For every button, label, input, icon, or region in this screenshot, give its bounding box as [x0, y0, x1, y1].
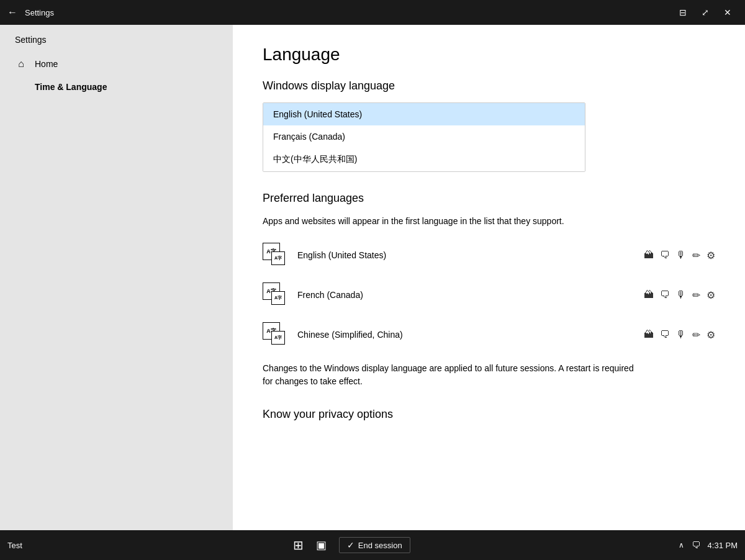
- lang-keyboard-icon[interactable]: 🏔: [644, 250, 654, 261]
- end-session-circle-icon: ✓: [347, 540, 354, 550]
- restore-button[interactable]: ⤢: [695, 4, 715, 21]
- language-row-chinese: A字 A字 Chinese (Simplified, China) 🏔 🗨 🎙 …: [263, 322, 715, 347]
- chevron-up-icon[interactable]: ∧: [679, 541, 684, 549]
- lang-edit-icon-fr[interactable]: ✏: [692, 289, 700, 301]
- lang-actions-chinese: 🏔 🗨 🎙 ✏ ⚙: [644, 329, 715, 341]
- taskbar-left: Test: [7, 541, 25, 550]
- preferred-languages-title: Preferred languages: [263, 192, 715, 205]
- lang-icon-box-bottom-fr: A字: [271, 291, 285, 305]
- language-dropdown[interactable]: English (United States) Français (Canada…: [263, 102, 585, 172]
- lang-microphone-icon-fr[interactable]: 🎙: [676, 289, 686, 300]
- lang-edit-icon-zh[interactable]: ✏: [692, 329, 700, 341]
- lang-icon-box-bottom-zh: A字: [271, 331, 285, 345]
- close-button[interactable]: ✕: [718, 4, 738, 21]
- lang-microphone-icon-zh[interactable]: 🎙: [676, 329, 686, 340]
- end-session-label: End session: [358, 541, 402, 550]
- lang-keyboard-icon-zh[interactable]: 🏔: [644, 329, 654, 340]
- sidebar-item-time-language-label: Time & Language: [35, 82, 107, 92]
- language-option-french[interactable]: Français (Canada): [263, 125, 585, 148]
- lang-settings-icon[interactable]: ⚙: [707, 250, 715, 261]
- language-option-english[interactable]: English (United States): [263, 103, 585, 125]
- taskbar: Test ⊞ ▣ ✓ End session ∧ 🗨 4:31 PM: [0, 530, 745, 560]
- language-option-chinese[interactable]: 中文(中华人民共和国): [263, 148, 585, 171]
- lang-settings-icon-zh[interactable]: ⚙: [707, 329, 715, 341]
- lang-name-french: French (Canada): [297, 290, 644, 300]
- windows-start-button[interactable]: ⊞: [293, 538, 304, 553]
- lang-icon-french: A字 A字: [263, 282, 287, 307]
- window-title: Settings: [25, 8, 673, 17]
- back-button[interactable]: ←: [7, 7, 17, 18]
- sidebar: Settings ⌂ Home Time & Language: [0, 25, 233, 530]
- taskbar-time: 4:31 PM: [708, 541, 738, 550]
- sidebar-item-home-label: Home: [35, 59, 58, 69]
- language-row-english: A字 A字 English (United States) 🏔 🗨 🎙 ✏ ⚙: [263, 243, 715, 268]
- lang-settings-icon-fr[interactable]: ⚙: [707, 289, 715, 301]
- language-row-french: A字 A字 French (Canada) 🏔 🗨 🎙 ✏ ⚙: [263, 282, 715, 307]
- lang-speech-bubble-icon-fr[interactable]: 🗨: [660, 289, 670, 300]
- lang-keyboard-icon-fr[interactable]: 🏔: [644, 289, 654, 300]
- home-icon: ⌂: [15, 58, 27, 70]
- notice-text: Changes to the Windows display language …: [263, 362, 635, 388]
- preferred-languages-desc: Apps and websites will appear in the fir…: [263, 215, 635, 228]
- sidebar-item-home[interactable]: ⌂ Home: [0, 52, 233, 76]
- privacy-section-title: Know your privacy options: [263, 408, 715, 421]
- taskbar-center: ⊞ ▣ ✓ End session: [25, 537, 679, 553]
- task-view-button[interactable]: ▣: [316, 538, 327, 552]
- end-session-button[interactable]: ✓ End session: [339, 537, 410, 553]
- lang-speech-bubble-icon-zh[interactable]: 🗨: [660, 329, 670, 340]
- taskbar-right: ∧ 🗨 4:31 PM: [679, 540, 738, 550]
- lang-actions-french: 🏔 🗨 🎙 ✏ ⚙: [644, 289, 715, 301]
- lang-icon-chinese: A字 A字: [263, 322, 287, 347]
- main-layout: Settings ⌂ Home Time & Language Language…: [0, 25, 745, 530]
- windows-display-language-title: Windows display language: [263, 79, 715, 93]
- taskbar-test-label: Test: [7, 541, 22, 550]
- lang-edit-icon[interactable]: ✏: [692, 250, 700, 261]
- window-controls: ⊟ ⤢ ✕: [673, 4, 738, 21]
- lang-icon-english: A字 A字: [263, 243, 287, 268]
- lang-speech-bubble-icon[interactable]: 🗨: [660, 250, 670, 261]
- lang-name-chinese: Chinese (Simplified, China): [297, 330, 644, 340]
- lang-icon-box-bottom: A字: [271, 251, 285, 265]
- lang-microphone-icon[interactable]: 🎙: [676, 250, 686, 261]
- minimize-button[interactable]: ⊟: [673, 4, 693, 21]
- sidebar-settings-label: Settings: [0, 25, 233, 52]
- content-area: Language Windows display language Englis…: [233, 25, 745, 530]
- sidebar-item-time-language[interactable]: Time & Language: [0, 76, 233, 98]
- title-bar: ← Settings ⊟ ⤢ ✕: [0, 0, 745, 25]
- page-title: Language: [263, 45, 715, 65]
- lang-name-english: English (United States): [297, 250, 644, 260]
- lang-actions-english: 🏔 🗨 🎙 ✏ ⚙: [644, 250, 715, 261]
- notification-icon[interactable]: 🗨: [692, 540, 700, 550]
